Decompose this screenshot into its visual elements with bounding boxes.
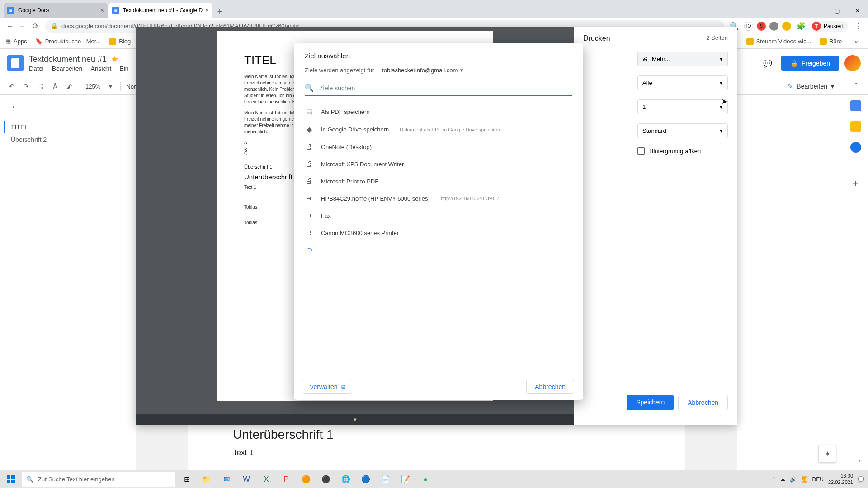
taskbar-app[interactable]: ✉: [217, 470, 236, 488]
start-button[interactable]: [0, 470, 22, 488]
taskbar-app[interactable]: 📝: [396, 470, 415, 488]
pages-dropdown[interactable]: Alle ▾: [637, 75, 728, 90]
tasks-icon[interactable]: [850, 142, 861, 153]
zoom-select[interactable]: 125%: [84, 83, 102, 90]
paint-format-button[interactable]: 🖌: [63, 80, 76, 93]
explore-button[interactable]: ✦: [818, 445, 836, 463]
side-panel-collapse-button[interactable]: ›: [853, 454, 866, 467]
taskbar-explorer[interactable]: 📁: [197, 470, 216, 488]
docs-logo-icon[interactable]: [7, 55, 24, 71]
taskbar-edge[interactable]: 🔵: [356, 470, 375, 488]
doc-heading[interactable]: Unterüberschrift 1: [233, 425, 640, 442]
account-avatar[interactable]: [844, 55, 861, 71]
close-icon[interactable]: ×: [100, 7, 104, 14]
calendar-icon[interactable]: [850, 100, 861, 111]
redo-button[interactable]: ↷: [20, 80, 33, 93]
dest-google-drive[interactable]: ◆ In Google Drive speichern Dokument als…: [299, 121, 578, 138]
maximize-button[interactable]: ▢: [826, 4, 847, 18]
taskbar-chrome[interactable]: 🌐: [336, 470, 355, 488]
outline-item-title[interactable]: TITEL: [4, 121, 116, 133]
print-button[interactable]: 🖨: [34, 80, 47, 93]
add-addon-button[interactable]: +: [853, 178, 859, 189]
lock-icon: 🔒: [790, 60, 798, 67]
dest-fax[interactable]: 🖨 Fax: [299, 207, 578, 224]
save-button[interactable]: Speichern: [627, 395, 674, 410]
bookmark-item[interactable]: Blog: [109, 38, 131, 45]
pages-per-sheet-dropdown[interactable]: 1 ▾: [637, 99, 728, 114]
apps-shortcut[interactable]: ▦Apps: [5, 38, 27, 45]
tray-volume-icon[interactable]: 🔊: [790, 476, 797, 483]
star-icon[interactable]: ★: [111, 54, 118, 64]
back-button[interactable]: ←: [4, 20, 16, 33]
close-window-button[interactable]: ✕: [847, 4, 868, 18]
menu-view[interactable]: Ansicht: [90, 65, 111, 72]
reload-button[interactable]: ⟳: [29, 20, 42, 33]
tray-chevron-icon[interactable]: ˄: [773, 476, 775, 483]
extension-icon[interactable]: [769, 22, 778, 31]
taskbar-powerpoint[interactable]: P: [277, 470, 296, 488]
taskbar-app[interactable]: 🟠: [297, 470, 316, 488]
taskbar-obs[interactable]: ⚫: [316, 470, 335, 488]
tray-wifi-icon[interactable]: 📶: [801, 476, 808, 483]
account-selector[interactable]: tobiasbeckerinfo@gmail.com ▾: [382, 67, 463, 74]
margins-dropdown[interactable]: Standard ▾: [637, 123, 728, 138]
bg-graphics-checkbox[interactable]: [637, 147, 645, 155]
minimize-button[interactable]: —: [806, 4, 826, 18]
extension-icon[interactable]: IQ: [744, 22, 753, 31]
taskbar-excel[interactable]: X: [257, 470, 276, 488]
bookmark-item[interactable]: Büro: [820, 35, 842, 48]
collapse-toolbar-button[interactable]: ˆ: [850, 80, 863, 93]
bookmark-item[interactable]: 🔖Produktsuche - Mer...: [35, 38, 101, 45]
spellcheck-button[interactable]: Ă: [49, 80, 61, 93]
tray-notifications-icon[interactable]: 💬: [858, 476, 864, 483]
comments-button[interactable]: 💬: [760, 55, 776, 71]
outline-back-button[interactable]: ←: [11, 102, 116, 112]
menu-edit[interactable]: Bearbeiten: [52, 65, 83, 72]
dest-print-to-pdf[interactable]: 🖨 Microsoft Print to PDF: [299, 173, 578, 190]
share-button[interactable]: 🔒 Freigeben: [781, 56, 839, 71]
taskbar-spotify[interactable]: ●: [416, 470, 435, 488]
forward-button[interactable]: →: [16, 20, 29, 33]
bookmark-item[interactable]: Steuern Videos wic...: [746, 35, 811, 48]
undo-button[interactable]: ↶: [5, 80, 18, 93]
taskbar-app[interactable]: 📄: [376, 470, 395, 488]
outline-item-heading[interactable]: Überschrift 2: [11, 133, 116, 146]
windows-taskbar: 🔍 Zur Suche Text hier eingeben ⊞ 📁 ✉ W X…: [0, 470, 868, 488]
profile-status[interactable]: T Pausiert: [811, 21, 848, 32]
destination-dropdown[interactable]: 🖨Mehr... ▾: [637, 52, 728, 66]
dest-onenote[interactable]: 🖨 OneNote (Desktop): [299, 138, 578, 155]
tray-language[interactable]: DEU: [812, 476, 824, 483]
preview-page-nav[interactable]: ▾: [136, 414, 574, 425]
dest-canon[interactable]: 🖨 Canon MG3600 series Printer: [299, 224, 578, 241]
dest-xps-writer[interactable]: 🖨 Microsoft XPS Document Writer: [299, 155, 578, 173]
new-tab-button[interactable]: +: [213, 5, 226, 18]
search-input[interactable]: [319, 84, 572, 92]
tab-google-docs[interactable]: ≡ Google Docs ×: [4, 3, 108, 18]
dest-save-as-pdf[interactable]: ▤ Als PDF speichern: [299, 103, 578, 121]
cancel-button[interactable]: Abbrechen: [678, 395, 728, 410]
tray-cloud-icon[interactable]: ☁: [780, 476, 785, 483]
task-view-button[interactable]: ⊞: [177, 470, 196, 488]
doc-text[interactable]: Text 1: [233, 442, 640, 457]
document-title[interactable]: Textdokument neu #1: [29, 55, 107, 64]
chevron-down-icon: ▾: [460, 67, 463, 74]
menu-insert[interactable]: Ein: [119, 65, 128, 72]
editing-mode-button[interactable]: ✎ Bearbeiten ▾: [783, 81, 839, 92]
taskbar-search[interactable]: 🔍 Zur Suche Text hier eingeben: [22, 472, 175, 487]
cancel-button[interactable]: Abbrechen: [526, 380, 574, 394]
chevron-down-icon[interactable]: ▾: [104, 80, 117, 93]
tab-active-document[interactable]: ≡ Textdokument neu #1 - Google D ×: [108, 3, 212, 18]
menu-file[interactable]: Datei: [29, 65, 44, 72]
chrome-menu-icon[interactable]: ⋮: [852, 20, 864, 33]
extension-icon[interactable]: [782, 22, 791, 31]
extension-icon[interactable]: 9: [757, 22, 766, 31]
taskbar-word[interactable]: W: [237, 470, 256, 488]
tray-clock[interactable]: 16:30 22.02.2021: [828, 473, 853, 485]
profile-status-text: Pausiert: [824, 23, 844, 29]
manage-destinations-button[interactable]: Verwalten ⧉: [303, 380, 352, 394]
dest-hp-envy[interactable]: 🖨 HPB84C29.home (HP ENVY 6000 series) ht…: [299, 190, 578, 207]
extensions-menu-icon[interactable]: 🧩: [795, 20, 807, 33]
keep-icon[interactable]: [850, 121, 861, 132]
bookmarks-overflow-icon[interactable]: »: [850, 35, 863, 48]
close-icon[interactable]: ×: [205, 7, 209, 14]
